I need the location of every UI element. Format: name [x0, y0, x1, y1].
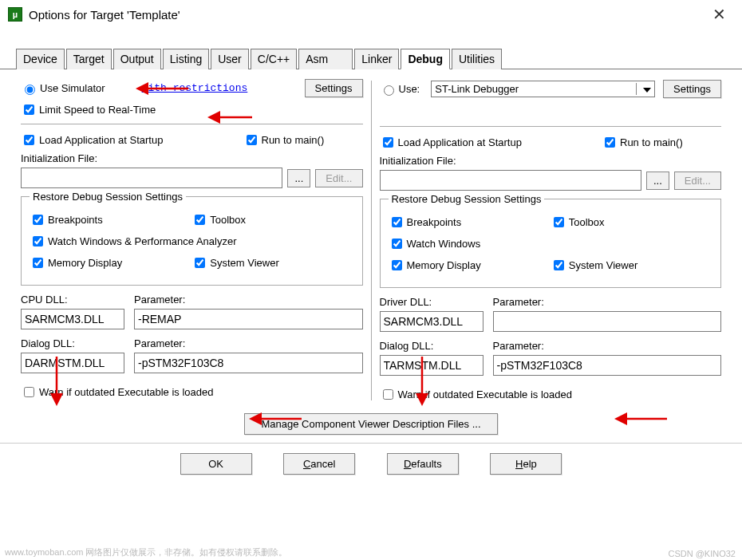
limit-speed-label: Limit Speed to Real-Time — [39, 104, 156, 116]
dialog-button-bar: OK Cancel Defaults Help — [0, 443, 742, 484]
dbg-memdisp-label: Memory Display — [407, 259, 481, 271]
sim-warn-checkbox[interactable] — [24, 387, 34, 397]
dbg-breakpoints-label: Breakpoints — [407, 216, 462, 228]
tab-strip: Device Target Output Listing User C/C++ … — [0, 26, 742, 69]
sim-toolbox-label: Toolbox — [210, 214, 246, 226]
cpu-dll-label: CPU DLL: — [21, 294, 124, 306]
tab-target[interactable]: Target — [66, 49, 112, 69]
debugger-select-value: ST-Link Debugger — [435, 83, 519, 95]
dbg-watch-label: Watch Windows — [407, 238, 481, 250]
sim-memdisp-label: Memory Display — [48, 257, 122, 269]
target-debug-column: Use: ST-Link Debugger Settings Load Appl… — [375, 77, 727, 404]
manage-row: Manage Component Viewer Description File… — [0, 408, 742, 443]
simulator-column: Use Simulator with restrictions Settings… — [16, 77, 368, 404]
close-button[interactable]: ✕ — [708, 5, 731, 24]
cpu-param-label: Parameter: — [134, 294, 363, 306]
driver-param-label: Parameter: — [493, 296, 722, 308]
dbg-load-app-label: Load Application at Startup — [398, 136, 522, 148]
dbg-run-main-checkbox[interactable] — [605, 137, 615, 148]
dbg-settings-button[interactable]: Settings — [663, 80, 721, 98]
sim-restore-fieldset: Restore Debug Session Settings Breakpoin… — [21, 196, 363, 286]
sim-run-main-label: Run to main() — [262, 134, 325, 146]
use-simulator-radio[interactable] — [25, 85, 35, 95]
window-title: Options for Target 'Template' — [29, 8, 708, 22]
tab-asm[interactable]: Asm — [298, 49, 353, 69]
driver-dll-label: Driver DLL: — [380, 296, 483, 308]
sim-dialog-dll-input[interactable] — [21, 353, 124, 373]
restrictions-link[interactable]: with restrictions — [142, 82, 248, 94]
sim-memdisp-checkbox[interactable] — [33, 258, 43, 268]
ok-button[interactable]: OK — [180, 453, 252, 475]
sim-dll-grid: CPU DLL: Parameter: Dialog DLL: Paramete… — [21, 294, 363, 373]
dbg-load-app-checkbox[interactable] — [383, 137, 393, 148]
help-button[interactable]: Help — [490, 453, 562, 475]
title-bar: µ Options for Target 'Template' ✕ — [0, 0, 742, 26]
tab-output[interactable]: Output — [113, 49, 161, 69]
use-simulator-label: Use Simulator — [40, 82, 105, 94]
sim-run-main-checkbox[interactable] — [247, 135, 257, 145]
sim-dialog-dll-label: Dialog DLL: — [21, 337, 124, 349]
sim-breakpoints-label: Breakpoints — [48, 214, 103, 226]
app-icon: µ — [8, 7, 22, 22]
tab-utilities[interactable]: Utilities — [452, 49, 502, 69]
dbg-breakpoints-checkbox[interactable] — [392, 217, 402, 227]
sim-edit-button[interactable]: Edit... — [315, 169, 362, 187]
tab-debug[interactable]: Debug — [401, 49, 450, 69]
sim-warn-label: Warn if outdated Executable is loaded — [39, 386, 214, 398]
manage-cvd-button[interactable]: Manage Component Viewer Description File… — [244, 413, 497, 435]
tab-listing[interactable]: Listing — [163, 49, 209, 69]
tab-linker[interactable]: Linker — [354, 49, 399, 69]
dbg-toolbox-label: Toolbox — [569, 216, 605, 228]
sim-breakpoints-checkbox[interactable] — [33, 215, 43, 225]
watermark-right: CSDN @KINO32 — [668, 549, 736, 558]
limit-speed-checkbox[interactable] — [24, 105, 34, 115]
sim-dialog-param-input[interactable] — [134, 353, 363, 373]
cancel-button[interactable]: Cancel — [283, 453, 355, 475]
dbg-edit-button[interactable]: Edit... — [674, 172, 721, 190]
sim-watch-label: Watch Windows & Performance Analyzer — [48, 235, 237, 247]
sim-load-app-checkbox[interactable] — [24, 135, 34, 145]
cpu-dll-input[interactable] — [21, 309, 124, 329]
debug-panel: Use Simulator with restrictions Settings… — [0, 69, 742, 408]
sim-load-app-label: Load Application at Startup — [39, 134, 163, 146]
dbg-warn-checkbox[interactable] — [383, 389, 393, 400]
driver-param-input[interactable] — [493, 311, 722, 332]
sim-sysview-checkbox[interactable] — [195, 258, 205, 268]
sim-settings-button[interactable]: Settings — [305, 79, 363, 97]
sim-init-file-input[interactable] — [21, 168, 282, 188]
dbg-toolbox-checkbox[interactable] — [554, 217, 564, 227]
use-debugger-label: Use: — [399, 83, 420, 95]
dbg-init-file-input[interactable] — [380, 170, 641, 191]
debugger-select[interactable]: ST-Link Debugger — [431, 81, 655, 97]
column-divider — [371, 81, 372, 400]
defaults-button[interactable]: Defaults — [387, 453, 459, 475]
dbg-browse-button[interactable]: ... — [646, 172, 669, 190]
sim-restore-legend: Restore Debug Session Settings — [30, 191, 186, 203]
dbg-dialog-dll-label: Dialog DLL: — [380, 340, 483, 352]
tab-c-cpp[interactable]: C/C++ — [251, 49, 297, 69]
dbg-dialog-dll-input[interactable] — [380, 355, 483, 376]
dbg-sysview-label: System Viewer — [569, 259, 637, 271]
dbg-dialog-param-label: Parameter: — [493, 340, 722, 352]
dbg-dialog-param-input[interactable] — [493, 355, 722, 376]
dbg-warn-label: Warn if outdated Executable is loaded — [398, 388, 573, 400]
dbg-dll-grid: Driver DLL: Parameter: Dialog DLL: Param… — [380, 296, 722, 376]
dbg-memdisp-checkbox[interactable] — [392, 260, 402, 270]
sim-dialog-param-label: Parameter: — [134, 337, 363, 349]
driver-dll-input[interactable] — [380, 311, 483, 332]
tab-device[interactable]: Device — [16, 49, 65, 69]
sim-init-file-label: Initialization File: — [21, 152, 363, 164]
chevron-down-icon — [643, 88, 651, 93]
options-dialog: µ Options for Target 'Template' ✕ Device… — [0, 0, 742, 560]
dbg-init-file-label: Initialization File: — [380, 155, 722, 167]
cpu-param-input[interactable] — [134, 309, 363, 329]
watermark-left: www.toymoban.com 网络图片仅做展示，非存储。如有侵权请联系删除。 — [5, 546, 287, 558]
use-debugger-radio[interactable] — [384, 85, 394, 96]
sim-browse-button[interactable]: ... — [287, 169, 310, 187]
dbg-restore-legend: Restore Debug Session Settings — [389, 193, 545, 205]
tab-user[interactable]: User — [211, 49, 249, 69]
sim-toolbox-checkbox[interactable] — [195, 215, 205, 225]
dbg-watch-checkbox[interactable] — [392, 239, 402, 249]
dbg-sysview-checkbox[interactable] — [554, 260, 564, 270]
sim-watch-checkbox[interactable] — [33, 236, 43, 246]
